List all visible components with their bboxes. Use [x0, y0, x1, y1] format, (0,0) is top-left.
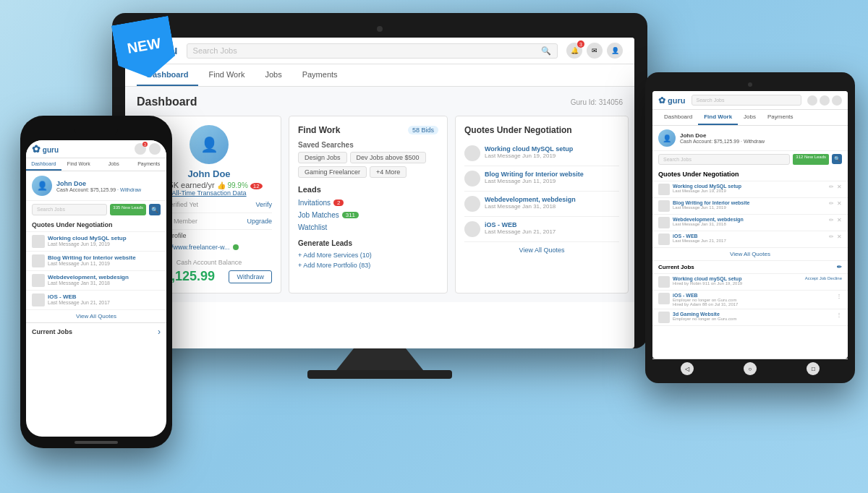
phone-avatar-icon[interactable]	[149, 143, 161, 155]
desktop-notification-bell[interactable]: 🔔3	[566, 43, 582, 59]
tablet-icon-1[interactable]	[807, 95, 817, 106]
tablet-current-jobs-section: Current Jobs ✏	[652, 261, 848, 274]
monitor-camera	[377, 26, 383, 32]
phone-quote-item-4: iOS - WEB Last Message Jun 21, 2017	[26, 291, 166, 310]
tablet-btn-home[interactable]: ○	[744, 362, 757, 375]
tablet-quote-actions-4: ✏ ✕	[829, 233, 842, 240]
desktop-add-portfolio[interactable]: + Add More Portfolio (83)	[298, 260, 438, 270]
tablet-job-1: Working cloud mySQL setup Hired by Robin…	[652, 274, 848, 291]
tablet-btn-back[interactable]: ◁	[681, 362, 694, 375]
desktop-tag-3[interactable]: Gaming Freelancer	[298, 166, 367, 178]
phone-search-row: Search Jobs 335 New Leads 🔍	[26, 201, 166, 218]
desktop-add-services[interactable]: + Add More Services (10)	[298, 250, 438, 260]
desktop-monitor: ✿ guru Search Jobs 🔍 🔔3 ✉ 👤 Dashboard	[112, 13, 647, 403]
phone-tab-findwork[interactable]: Find Work	[61, 158, 97, 171]
tablet-job-avatar-2	[658, 293, 670, 304]
phone-quote-info-4: iOS - WEB Last Message Jun 21, 2017	[48, 293, 110, 305]
desktop-title-row: Dashboard Guru Id: 314056	[137, 95, 623, 108]
desktop-tag-1[interactable]: Design Jobs	[298, 152, 347, 163]
tablet-quote-2: Blog Writing for Interior website Last M…	[652, 198, 848, 215]
phone-quotes-title: Quotes Under Negotiation	[26, 218, 166, 232]
desktop-tab-jobs[interactable]: Jobs	[255, 64, 292, 86]
tablet-job-avatar-3	[658, 312, 670, 323]
desktop-upgrade-link[interactable]: Upgrade	[247, 218, 272, 225]
tablet-new-leads-badge: 312 New Leads	[793, 154, 829, 165]
desktop-invitations-badge: 2	[333, 200, 344, 206]
desktop-search-icon: 🔍	[541, 46, 551, 56]
phone-notification-icon[interactable]: 3	[135, 143, 146, 155]
monitor-frame: ✿ guru Search Jobs 🔍 🔔3 ✉ 👤 Dashboard	[112, 13, 647, 348]
desktop-quote-info-1: Working cloud MySQL setup Last Message J…	[485, 145, 573, 161]
phone-user-name: John Doe	[56, 180, 141, 187]
tablet-tab-findwork[interactable]: Find Work	[698, 110, 738, 125]
desktop-user-avatar-large: 👤	[190, 125, 229, 164]
tablet-job-menu-2[interactable]: ⋮	[836, 293, 842, 299]
tablet-btn-recent[interactable]: □	[807, 362, 820, 375]
phone-search-input[interactable]: Search Jobs	[32, 204, 107, 215]
desktop-view-all-quotes[interactable]: View All Quotes	[464, 242, 619, 258]
tablet-camera	[748, 82, 752, 87]
desktop-invitations[interactable]: Invitations 2	[298, 197, 438, 209]
desktop-withdraw-button[interactable]: Withdraw	[229, 270, 272, 283]
tablet-job-menu-3[interactable]: ⋮	[836, 312, 842, 318]
tablet-current-jobs-icon[interactable]: ✏	[837, 264, 842, 270]
desktop-tag-2[interactable]: Dev Jobs above $500	[350, 152, 426, 163]
phone-tab-dashboard[interactable]: Dashboard	[26, 158, 61, 171]
phone-tab-payments[interactable]: Payments	[132, 158, 167, 171]
tablet-quote-delete-1[interactable]: ✕	[837, 184, 842, 190]
tablet-quote-avatar-4	[658, 233, 670, 245]
desktop-dashboard-content: Dashboard Guru Id: 314056 👤 John Doe $42…	[125, 87, 634, 302]
desktop-tab-findwork[interactable]: Find Work	[198, 64, 255, 86]
phone-tab-jobs[interactable]: Jobs	[96, 158, 132, 171]
tablet-bottom-bar: ◁ ○ □	[652, 359, 848, 378]
phone-view-all[interactable]: View All Quotes	[26, 310, 166, 322]
desktop-quote-info-4: iOS - WEB Last Message Jun 21, 2017	[485, 221, 556, 237]
desktop-quotes-title: Quotes Under Negotiation	[464, 125, 619, 135]
phone-current-jobs-title: Current Jobs	[32, 328, 72, 335]
tablet-user-name: John Doe	[680, 132, 765, 139]
tablet-job-actions-1[interactable]: Accept Job Decline	[805, 276, 842, 280]
phone-quote-avatar-3	[32, 274, 45, 287]
desktop-message-icon[interactable]: ✉	[587, 43, 603, 59]
tablet-tab-payments[interactable]: Payments	[762, 110, 799, 125]
desktop-quote-info-2: Blog Writing for Interior website Last M…	[485, 171, 584, 187]
phone-current-jobs-arrow[interactable]: ›	[158, 327, 161, 337]
tablet-tab-dashboard[interactable]: Dashboard	[658, 110, 698, 125]
tablet-quote-avatar-1	[658, 184, 670, 195]
tablet-tab-jobs[interactable]: Jobs	[738, 110, 762, 125]
desktop-dashboard-title: Dashboard	[137, 95, 197, 108]
desktop-watchlist[interactable]: Watchlist	[298, 221, 438, 233]
phone-user-avatar: 👤	[32, 176, 52, 196]
desktop-quote-4: iOS - WEB Last Message Jun 21, 2017	[464, 217, 619, 242]
phone-notch	[75, 126, 118, 137]
tablet-icon-2[interactable]	[820, 95, 830, 106]
desktop-rating-badge: 12	[250, 183, 263, 189]
desktop-nav: Dashboard Find Work Jobs Payments	[125, 64, 634, 87]
tablet-search-input[interactable]: Search Jobs	[692, 95, 801, 106]
desktop-grid: 👤 John Doe $425K earned/yr 👍 99.9% 12 Al…	[137, 116, 623, 293]
tablet-quote-avatar-2	[658, 200, 670, 212]
desktop-job-matches[interactable]: Job Matches 311	[298, 209, 438, 221]
desktop-verify-link[interactable]: Verify	[255, 201, 272, 208]
tablet-search-row: Search Jobs 312 New Leads 🔍	[652, 151, 848, 168]
desktop-quote-1: Working cloud MySQL setup Last Message J…	[464, 141, 619, 166]
tablet-search-full[interactable]: Search Jobs	[658, 154, 790, 165]
phone-logo: ✿ guru	[32, 143, 59, 155]
desktop-generate-leads-title: Generate Leads	[298, 239, 438, 247]
phone-quote-info-3: Webdevelopment, webdesign Last Message J…	[48, 274, 129, 286]
tablet-view-all[interactable]: View All Quotes	[652, 248, 848, 261]
desktop-search-box[interactable]: Search Jobs 🔍	[187, 43, 558, 59]
tablet-search-btn[interactable]: 🔍	[832, 154, 842, 164]
desktop-tag-more[interactable]: +4 More	[370, 166, 407, 178]
tablet-quote-4: iOS - WEB Last Message Jun 21, 2017 ✏ ✕	[652, 231, 848, 248]
desktop-user-avatar[interactable]: 👤	[607, 43, 623, 59]
desktop-quote-info-3: Webdevelopment, webdesign Last Message J…	[485, 196, 576, 212]
tablet-quote-1: Working cloud MySQL setup Last Message J…	[652, 181, 848, 198]
tablet-quote-edit-1[interactable]: ✏	[829, 184, 834, 190]
phone-search-button[interactable]: 🔍	[149, 204, 161, 215]
phone-quotes-list: Working cloud MySQL setup Last Message J…	[26, 232, 166, 310]
tablet-icon-3[interactable]	[832, 95, 842, 106]
phone-quote-avatar-1	[32, 235, 45, 248]
tablet-quote-3: Webdevelopment, webdesign Last Message J…	[652, 215, 848, 231]
desktop-tab-payments[interactable]: Payments	[292, 64, 348, 86]
